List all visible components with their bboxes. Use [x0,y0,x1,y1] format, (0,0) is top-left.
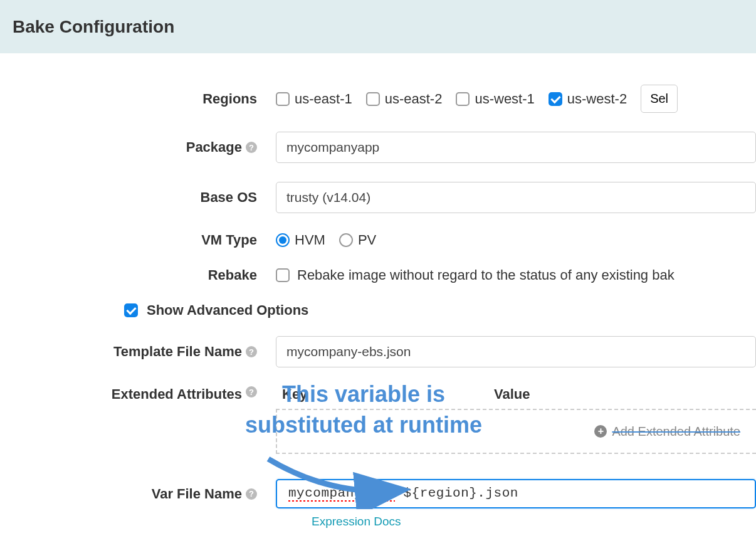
region-checkbox-2[interactable] [456,92,470,106]
region-label-2: us-west-1 [475,91,534,107]
vm-type-label-0: HVM [295,232,325,248]
region-checkbox-3[interactable] [549,92,562,106]
help-icon[interactable]: ? [246,142,257,153]
vm-type-field: HVM PV [276,232,756,248]
extended-attributes-label: Extended Attributes ? [25,386,276,403]
rebake-field: Rebake image without regard to the statu… [276,267,756,283]
vm-type-hvm[interactable]: HVM [276,232,325,248]
region-label-0: us-east-1 [295,91,352,107]
vm-type-pv[interactable]: PV [339,232,376,248]
var-file-field: mycompany-var-${region}.json [276,479,756,508]
vm-type-row: VM Type HVM PV [25,232,756,248]
advanced-checkbox-label[interactable] [124,303,138,317]
package-field [276,132,756,163]
region-us-east-1[interactable]: us-east-1 [276,91,352,107]
template-file-field [276,336,756,367]
var-file-row: Var File Name ? mycompany-var-${region}.… [25,479,756,508]
help-icon[interactable]: ? [246,386,257,397]
ext-attr-key-header: Key [282,386,494,403]
base-os-field [276,182,756,213]
regions-row: Regions us-east-1 us-east-2 us-west-1 us… [25,85,756,113]
add-extended-attribute-link[interactable]: + Add Extended Attribute [594,424,740,439]
expression-docs-link[interactable]: Expression Docs [312,515,401,529]
region-checkbox-0[interactable] [276,92,290,106]
package-input[interactable] [276,132,756,163]
form-content: Regions us-east-1 us-east-2 us-west-1 us… [13,53,756,529]
base-os-row: Base OS [25,182,756,213]
plus-icon: + [594,425,607,438]
base-os-input[interactable] [276,182,756,213]
template-file-input[interactable] [276,336,756,367]
var-file-input-wrap: mycompany-var-${region}.json [276,479,756,508]
rebake-row: Rebake Rebake image without regard to th… [25,267,756,283]
extended-attributes-headers: Key Value [276,386,756,403]
page-title: Bake Configuration [13,17,174,37]
region-us-east-2[interactable]: us-east-2 [366,91,443,107]
config-header: Bake Configuration [0,0,756,53]
template-file-label: Template File Name ? [25,344,276,360]
add-extended-attribute-label: Add Extended Attribute [612,424,740,439]
rebake-description: Rebake image without regard to the statu… [297,267,675,283]
regions-label: Regions [25,91,276,107]
rebake-label: Rebake [25,267,276,283]
region-us-west-1[interactable]: us-west-1 [456,91,534,107]
regions-field: us-east-1 us-east-2 us-west-1 us-west-2 … [276,85,756,113]
rebake-checkbox[interactable] [276,268,290,282]
vm-type-label-1: PV [358,232,376,248]
expression-docs-row: Expression Docs [304,511,756,529]
advanced-options-row: Show Advanced Options [124,302,756,318]
ext-attr-value-header: Value [494,386,756,403]
vm-type-radio-0[interactable] [276,233,290,247]
package-label: Package ? [25,139,276,155]
help-icon[interactable]: ? [246,346,257,357]
template-file-row: Template File Name ? [25,336,756,367]
extended-attributes-row: Extended Attributes ? Key Value [25,386,756,403]
region-us-west-2[interactable]: us-west-2 [549,91,627,107]
help-icon[interactable]: ? [246,488,257,500]
region-label-3: us-west-2 [567,91,627,107]
region-label-1: us-east-2 [385,91,443,107]
package-row: Package ? [25,132,756,163]
vm-type-radio-1[interactable] [339,233,353,247]
advanced-label: Show Advanced Options [147,302,308,318]
var-file-label: Var File Name ? [25,486,276,502]
select-regions-button[interactable]: Sel [641,85,678,113]
var-file-input[interactable] [276,479,756,508]
base-os-label: Base OS [25,189,276,206]
rebake-checkbox-label[interactable] [276,268,290,282]
region-checkbox-1[interactable] [366,92,380,106]
vm-type-label: VM Type [25,232,276,248]
advanced-checkbox[interactable] [124,303,138,317]
add-extended-attribute-box[interactable]: + Add Extended Attribute [276,409,756,454]
